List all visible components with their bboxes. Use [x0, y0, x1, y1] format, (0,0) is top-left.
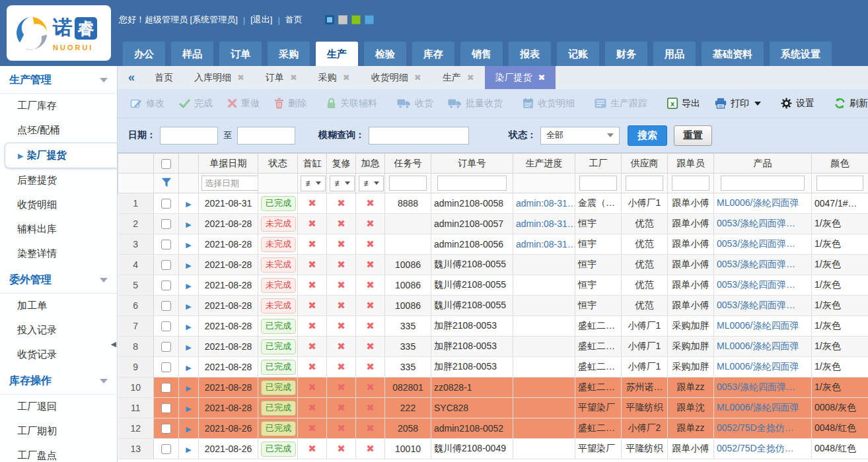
column-header[interactable]: 加急	[356, 154, 385, 174]
tabs-scroll-left-icon[interactable]: «	[118, 66, 144, 89]
sidebar-item[interactable]: 染整详情	[0, 242, 117, 266]
column-header[interactable]: 生产进度	[513, 154, 575, 174]
table-row[interactable]: 9▶2021-08-28已完成✖✖✖335加胖2108-0053盛虹二…小傅厂1…	[118, 357, 868, 378]
sidebar-item[interactable]: 工厂期初	[0, 419, 117, 444]
sidebar-item[interactable]: 收货明细	[0, 193, 117, 217]
close-icon[interactable]: ✖	[467, 73, 474, 82]
column-header[interactable]: 跟单员	[668, 154, 714, 174]
table-row[interactable]: 13▶2021-08-26已完成✖✖✖10010魏川傅2108-0049平望染厂…	[118, 439, 868, 459]
sidebar-collapse-icon[interactable]: ◀	[111, 340, 116, 348]
row-checkbox[interactable]	[161, 383, 171, 393]
open-tab[interactable]: 采购✖	[308, 66, 361, 89]
row-checkbox[interactable]	[161, 219, 171, 229]
sidebar-item[interactable]: 后整提货	[0, 168, 117, 193]
nav-tab-14[interactable]: 系统设置	[770, 42, 832, 66]
table-row[interactable]: 3▶2021-08-28未完成✖✖✖admin2108-0056admin:08…	[118, 234, 868, 255]
sidebar-item[interactable]: 加工单	[0, 294, 117, 318]
column-header[interactable]: 复修	[327, 154, 356, 174]
column-filter-input[interactable]	[579, 176, 616, 191]
column-header[interactable]: 首缸	[298, 154, 327, 174]
table-row[interactable]: 1▶2021-08-31已完成✖✖✖8888admin2108-0058admi…	[118, 193, 868, 214]
table-row[interactable]: 4▶2021-08-28未完成✖✖✖10086魏川傅2108-0055恒宇优范跟…	[118, 255, 868, 275]
expand-row-icon[interactable]: ▶	[186, 343, 191, 351]
expand-row-icon[interactable]: ▶	[186, 323, 191, 331]
nav-tab-7[interactable]: 库存	[412, 42, 454, 66]
logout-link[interactable]: [退出]	[250, 14, 272, 26]
sidebar-item[interactable]: 辅料出库	[0, 217, 117, 242]
date-to-input[interactable]	[237, 127, 295, 145]
search-button[interactable]: 搜索	[628, 125, 667, 146]
column-header[interactable]: 供应商	[622, 154, 668, 174]
row-checkbox[interactable]	[161, 444, 171, 454]
nav-tab-8[interactable]: 销售	[460, 42, 503, 66]
row-checkbox[interactable]	[161, 342, 171, 352]
column-filter-input[interactable]	[721, 176, 805, 191]
close-icon[interactable]: ✖	[343, 73, 350, 82]
nav-tab-13[interactable]: 基础资料	[702, 42, 764, 66]
sidebar-item[interactable]: 工厂盘点	[0, 444, 117, 462]
open-tab[interactable]: 收货明细✖	[361, 66, 432, 89]
table-row[interactable]: 7▶2021-08-28已完成✖✖✖335加胖2108-0053盛虹二…小傅厂1…	[118, 316, 868, 337]
column-header[interactable]: 颜色	[812, 154, 868, 174]
close-icon[interactable]: ✖	[290, 73, 297, 82]
theme-swatch-lightblue-icon[interactable]	[365, 15, 374, 24]
filter-operator-select[interactable]: ≢	[359, 176, 384, 191]
expand-row-icon[interactable]: ▶	[186, 282, 191, 290]
nav-tab-3[interactable]: 订单	[219, 42, 262, 66]
nav-tab-1[interactable]: 办公	[123, 42, 165, 66]
sidebar-item[interactable]: 点坯/配桶	[0, 118, 117, 143]
nav-tab-2[interactable]: 样品	[171, 42, 213, 66]
table-row[interactable]: 11▶2021-08-28已完成✖✖✖222SYC828平望染厂平隆纺织跟单沈M…	[118, 398, 868, 418]
open-tab[interactable]: 染厂提货✖	[485, 66, 556, 89]
column-header[interactable]: 订单号	[431, 154, 513, 174]
row-checkbox[interactable]	[161, 260, 171, 270]
sidebar-item[interactable]: 收货记录	[0, 343, 117, 367]
filter-operator-select[interactable]: ≢	[330, 176, 355, 191]
sidebar-item[interactable]: 工厂库存	[0, 94, 117, 118]
expand-row-icon[interactable]: ▶	[186, 364, 191, 372]
filter-operator-select[interactable]: ≢	[301, 176, 326, 191]
row-checkbox[interactable]	[161, 199, 171, 209]
row-checkbox[interactable]	[161, 240, 171, 249]
fuzzy-search-input[interactable]	[369, 127, 469, 145]
reset-button[interactable]: 重置	[674, 125, 712, 146]
expand-row-icon[interactable]: ▶	[186, 384, 191, 392]
home-link[interactable]: 首页	[285, 14, 303, 26]
column-filter-input[interactable]	[816, 176, 863, 191]
table-row[interactable]: 8▶2021-08-28已完成✖✖✖335加胖2108-0053盛虹二…小傅厂1…	[118, 337, 868, 357]
theme-swatch-green-icon[interactable]	[351, 15, 361, 24]
column-filter-input[interactable]	[437, 176, 507, 191]
table-row[interactable]: 5▶2021-08-28未完成✖✖✖10086魏川傅2108-0055恒宇优范跟…	[118, 275, 868, 296]
theme-swatch-blue-icon[interactable]	[325, 15, 334, 24]
nav-tab-9[interactable]: 报表	[509, 42, 551, 66]
sidebar-item[interactable]: 工厂退回	[0, 395, 117, 419]
select-all-checkbox[interactable]	[161, 159, 171, 169]
row-checkbox[interactable]	[161, 280, 171, 290]
nav-tab-12[interactable]: 用品	[653, 42, 696, 66]
nav-tab-4[interactable]: 采购	[268, 42, 310, 66]
column-header[interactable]: 任务号	[385, 154, 431, 174]
sidebar-section-title[interactable]: 生产管理	[0, 66, 117, 94]
table-row[interactable]: 12▶2021-08-26已完成✖✖✖2058admin2108-0052盛虹二…	[118, 418, 868, 439]
column-header[interactable]: 单据日期	[199, 154, 258, 174]
row-checkbox[interactable]	[161, 321, 171, 331]
theme-swatch-gray-icon[interactable]	[338, 15, 347, 24]
toolbar-button[interactable]: 刷新	[827, 98, 868, 110]
date-from-input[interactable]	[160, 127, 218, 145]
toolbar-button[interactable]: 设置	[774, 98, 822, 110]
expand-row-icon[interactable]: ▶	[186, 261, 191, 269]
row-checkbox[interactable]	[161, 301, 171, 311]
expand-row-icon[interactable]: ▶	[186, 241, 191, 249]
filter-funnel-icon[interactable]	[161, 179, 172, 189]
expand-row-icon[interactable]: ▶	[186, 446, 191, 453]
date-filter-input[interactable]	[201, 176, 258, 191]
column-filter-input[interactable]	[672, 176, 709, 191]
column-filter-input[interactable]	[389, 176, 426, 191]
toolbar-button[interactable]: 打印	[707, 98, 768, 110]
expand-row-icon[interactable]: ▶	[186, 220, 191, 228]
sidebar-item[interactable]: ▶染厂提货	[5, 143, 117, 168]
row-checkbox[interactable]	[161, 362, 171, 372]
table-row[interactable]: 10▶2021-08-28已完成✖✖✖082801zz0828-1盛虹二…苏州诺…	[118, 378, 868, 398]
sidebar-section-title[interactable]: 委外管理	[0, 266, 117, 294]
row-checkbox[interactable]	[161, 403, 171, 413]
